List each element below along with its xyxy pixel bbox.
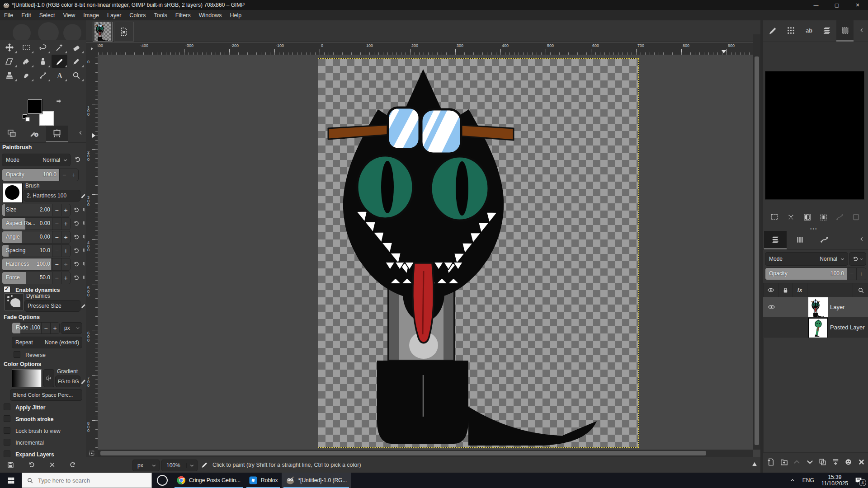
tray-clock[interactable]: 15:39 11/10/2025 [818,474,852,487]
decrease-button[interactable]: − [52,218,61,230]
foreground-color-swatch[interactable] [27,99,42,114]
notification-icon[interactable]: 4 [852,476,868,484]
reset-mode-icon[interactable] [72,155,82,164]
tray-chevron-icon[interactable] [786,478,799,483]
incremental-row[interactable]: Incremental [4,439,44,446]
lower-layer-button[interactable] [804,455,816,469]
brush-preview[interactable] [3,183,23,203]
close-button[interactable]: ✕ [847,0,868,10]
gradient-select[interactable]: FG to BG [55,375,80,387]
decrease-button[interactable]: − [52,231,61,243]
expand-layers-row[interactable]: Expand Layers [4,450,54,458]
lock-brush-to-view-checkbox[interactable] [4,427,10,434]
apply-jitter-row[interactable]: Apply Jitter [4,404,45,411]
duplicate-layer-button[interactable] [816,455,829,469]
opacity-decrease-button[interactable]: − [59,169,69,181]
edit-dynamics-icon[interactable] [80,301,86,310]
visibility-column-icon[interactable] [764,283,778,297]
pencil-tool[interactable] [68,55,84,68]
search-input[interactable] [37,477,138,484]
reset-angle-icon[interactable] [71,233,80,241]
dialog-preview[interactable] [765,71,864,200]
blend-color-space-select[interactable]: Blend Color Space Perc... [10,389,82,401]
expand-layers-checkbox[interactable] [4,450,10,457]
layer-name[interactable]: Pasted Layer [830,324,865,331]
bucket-fill-tool[interactable] [18,55,34,68]
increase-button[interactable]: + [61,231,70,243]
fade-decrease-button[interactable]: − [41,323,50,333]
delete-layer-button[interactable] [855,455,868,469]
menu-filters[interactable]: Filters [171,11,195,20]
raise-layer-button[interactable] [791,455,803,469]
horizontal-scrollbar[interactable] [98,450,753,457]
menu-help[interactable]: Help [226,11,245,20]
decrease-button[interactable]: − [52,258,61,270]
increase-button[interactable]: + [61,258,70,270]
layer-opacity-slider[interactable]: Opacity 100.0 − + [765,267,866,280]
restore-tool-preset-button[interactable] [24,459,38,470]
aspect-ra-slider[interactable]: Aspect Ra...0.00 − + [2,217,71,230]
ink-tool[interactable] [35,55,51,68]
vertical-scrollbar[interactable] [753,34,760,450]
opacity-increase-button[interactable]: + [69,169,78,181]
merge-down-button[interactable] [830,455,842,469]
smudge-tool[interactable] [18,69,34,82]
lock-brush-to-view-row[interactable]: Lock brush to view [4,427,61,434]
reset-aspect-ra-icon[interactable] [71,219,80,227]
save-to-channel-button[interactable] [816,210,830,224]
layer-mode-select[interactable]: Mode Normal [765,252,848,266]
layer-search-icon[interactable] [853,283,868,297]
dock-menu-icon[interactable] [859,236,864,242]
menu-view[interactable]: View [59,11,79,20]
new-group-button[interactable] [778,455,790,469]
move-tool[interactable] [1,41,17,54]
paths-tool[interactable] [35,69,51,82]
fade-increase-button[interactable]: + [50,323,59,333]
save-tool-preset-button[interactable] [4,459,17,470]
select-all-button[interactable] [768,210,781,224]
force-slider[interactable]: Force50.0 − + [2,272,71,284]
apply-jitter-checkbox[interactable] [4,404,10,410]
transform-tool[interactable] [1,55,17,68]
tab-patterns[interactable] [782,20,799,40]
smooth-stroke-row[interactable]: Smooth stroke [4,415,53,422]
taskbar-app-gimp[interactable]: *[Untitled]-1.0 (RG... [282,473,351,488]
navigation-icon[interactable] [751,461,758,467]
menu-image[interactable]: Image [79,11,103,20]
increase-button[interactable]: + [61,245,70,257]
cortana-button[interactable] [152,473,173,488]
enable-dynamics-row[interactable]: Enable dynamics [4,286,60,293]
tab-paths[interactable] [813,231,835,248]
canvas-viewport[interactable] [98,55,753,450]
empty-image-tab[interactable] [114,22,134,42]
reset-layer-mode-button[interactable] [849,252,866,266]
fuzzy-select-tool[interactable] [52,41,67,54]
edit-gradient-icon[interactable] [80,377,86,385]
layer-thumbnail[interactable] [808,318,828,338]
reverse-gradient-button[interactable] [43,369,54,387]
tab-images-dialog[interactable] [1,126,23,141]
layer-visibility-icon[interactable] [767,323,776,331]
menu-select[interactable]: Select [35,11,59,20]
horizontal-ruler[interactable]: -500-400-300-200-10001002003004005006007… [98,43,753,55]
tab-channels[interactable] [788,231,811,248]
layer-visibility-icon[interactable] [767,303,776,311]
reset-hardness-icon[interactable] [71,260,80,268]
menu-layer[interactable]: Layer [103,11,125,20]
edit-brush-icon[interactable] [80,191,86,199]
select-none-button[interactable] [784,210,797,224]
reverse-row[interactable]: Reverse [14,351,46,358]
minimize-button[interactable]: — [806,0,826,10]
delete-tool-preset-button[interactable] [45,459,59,470]
fade-unit-select[interactable]: px [61,322,82,334]
spacing-slider[interactable]: Spacing10.0 − + [2,244,71,257]
dynamics-select[interactable]: Pressure Size [24,300,80,312]
layer-row[interactable]: Pasted Layer [763,317,868,337]
stroke-selection-button[interactable] [849,210,863,224]
layer-name[interactable]: Layer [830,304,845,310]
opacity-slider[interactable]: Opacity 100.0 − + [2,169,79,181]
menu-edit[interactable]: Edit [17,11,35,20]
tray-language[interactable]: ENG [799,477,818,483]
layer-opacity-increase[interactable]: + [856,268,866,280]
fade-length-slider[interactable]: Fade ... 100 − + [12,322,60,334]
